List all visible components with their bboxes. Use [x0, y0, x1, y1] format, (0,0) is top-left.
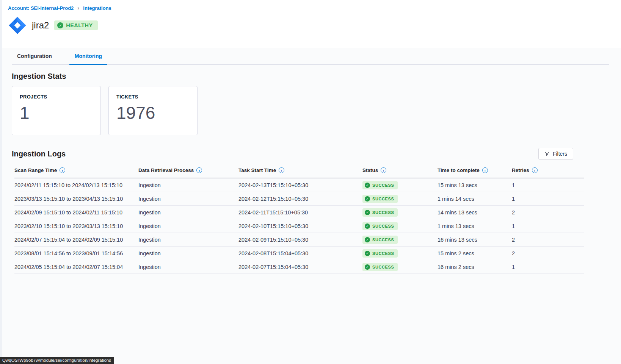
tab-monitoring[interactable]: Monitoring [69, 48, 107, 65]
cell-data-retrieval-process: Ingestion [138, 196, 238, 202]
cell-task-start-time: 2024-02-08T15:15:04+05:30 [238, 250, 362, 256]
info-icon[interactable]: i [279, 167, 284, 173]
cell-status: ✓SUCCESS [362, 222, 438, 230]
column-header-retries: Retriesi [512, 167, 584, 173]
table-row: 2024/02/09 15:15:10 to 2024/02/11 15:15:… [14, 206, 584, 219]
status-badge: ✓SUCCESS [362, 181, 398, 189]
stat-card-label: PROJECTS [20, 94, 93, 100]
stat-card-projects: PROJECTS1 [12, 86, 101, 135]
breadcrumb-integrations-link[interactable]: Integrations [83, 5, 111, 11]
cell-status: ✓SUCCESS [362, 263, 438, 271]
integration-title-row: jira2 ✓ HEALTHY [8, 16, 621, 35]
table-row: 2024/02/11 15:15:10 to 2024/02/13 15:15:… [14, 178, 584, 192]
cell-time-to-complete: 16 mins 13 secs [438, 237, 512, 243]
table-row: 2024/02/07 15:15:04 to 2024/02/09 15:15:… [14, 233, 584, 247]
link-url-preview: QwqOSllWp9ob7w/module/sei/configuration/… [0, 357, 114, 364]
cell-status: ✓SUCCESS [362, 249, 438, 258]
ingestion-logs-table: Scan Range TimeiData Retrieval ProcessiT… [14, 164, 584, 274]
check-circle-icon: ✓ [365, 196, 370, 202]
jira-logo-icon [8, 16, 27, 35]
column-header-label: Retries [512, 167, 529, 173]
status-badge-text: SUCCESS [372, 210, 394, 215]
status-badge: ✓SUCCESS [362, 263, 398, 271]
cell-status: ✓SUCCESS [362, 208, 438, 217]
check-circle-icon: ✓ [365, 210, 370, 215]
status-badge: ✓SUCCESS [362, 208, 398, 217]
status-badge: ✓SUCCESS [362, 195, 398, 203]
cell-retries: 1 [512, 182, 584, 188]
column-header-data-retrieval-process: Data Retrieval Processi [138, 167, 238, 173]
cell-scan-range-time: 2024/02/05 15:15:04 to 2024/02/07 15:15:… [14, 264, 138, 270]
status-badge-text: SUCCESS [372, 265, 394, 269]
cell-retries: 1 [512, 264, 584, 270]
cell-scan-range-time: 2023/02/10 15:15:10 to 2023/03/13 15:15:… [14, 223, 138, 229]
column-header-label: Time to complete [438, 167, 480, 173]
tab-configuration[interactable]: Configuration [12, 48, 57, 64]
cell-time-to-complete: 1 mins 13 secs [438, 223, 512, 229]
cell-scan-range-time: 2023/03/13 15:15:10 to 2023/04/13 15:15:… [14, 196, 138, 202]
filters-button[interactable]: Filters [538, 148, 573, 160]
ingestion-stats-heading: Ingestion Stats [12, 65, 609, 81]
table-row: 2023/08/01 15:14:56 to 2023/09/01 15:14:… [14, 247, 584, 260]
check-circle-icon: ✓ [365, 264, 370, 270]
page-title: jira2 [32, 20, 49, 31]
cell-task-start-time: 2024-02-12T15:15:10+05:30 [238, 196, 362, 202]
chevron-right-icon: › [77, 5, 79, 11]
cell-status: ✓SUCCESS [362, 181, 438, 189]
cell-time-to-complete: 1 mins 14 secs [438, 196, 512, 202]
cell-scan-range-time: 2024/02/09 15:15:10 to 2024/02/11 15:15:… [14, 209, 138, 216]
status-badge-text: SUCCESS [372, 197, 394, 201]
table-row: 2023/03/13 15:15:10 to 2023/04/13 15:15:… [14, 192, 584, 206]
column-header-label: Task Start Time [238, 167, 276, 173]
stat-card-tickets: TICKETS1976 [108, 86, 198, 135]
logs-table-body: 2024/02/11 15:15:10 to 2024/02/13 15:15:… [14, 178, 584, 274]
column-header-status: Statusi [362, 167, 438, 173]
stat-cards: PROJECTS1TICKETS1976 [12, 86, 609, 135]
filter-funnel-icon [544, 151, 550, 156]
status-badge: ✓SUCCESS [362, 236, 398, 244]
cell-data-retrieval-process: Ingestion [138, 237, 238, 243]
cell-retries: 2 [512, 209, 584, 216]
breadcrumb: Account: SEI-Internal-Prod2 › Integratio… [8, 5, 621, 11]
cell-scan-range-time: 2024/02/11 15:15:10 to 2024/02/13 15:15:… [14, 182, 138, 188]
health-status-text: HEALTHY [66, 22, 93, 28]
cell-time-to-complete: 15 mins 13 secs [438, 182, 512, 188]
cell-data-retrieval-process: Ingestion [138, 182, 238, 188]
table-row: 2023/02/10 15:15:10 to 2023/03/13 15:15:… [14, 219, 584, 233]
main-content: ConfigurationMonitoring Ingestion Stats … [0, 48, 621, 364]
cell-data-retrieval-process: Ingestion [138, 223, 238, 229]
cell-retries: 1 [512, 196, 584, 202]
status-badge: ✓SUCCESS [362, 249, 398, 258]
cell-data-retrieval-process: Ingestion [138, 250, 238, 256]
filters-button-label: Filters [553, 151, 567, 157]
stat-card-label: TICKETS [116, 94, 190, 100]
info-icon[interactable]: i [381, 167, 386, 173]
cell-data-retrieval-process: Ingestion [138, 264, 238, 270]
cell-task-start-time: 2024-02-09T15:15:10+05:30 [238, 237, 362, 243]
check-circle-icon: ✓ [57, 22, 63, 28]
cell-retries: 2 [512, 250, 584, 256]
info-icon[interactable]: i [532, 167, 538, 173]
tabs: ConfigurationMonitoring [12, 48, 609, 65]
check-circle-icon: ✓ [365, 223, 370, 229]
column-header-time-to-complete: Time to completei [438, 167, 512, 173]
cell-retries: 1 [512, 223, 584, 229]
cell-time-to-complete: 16 mins 2 secs [438, 264, 512, 270]
column-header-label: Status [362, 167, 378, 173]
stat-card-value: 1976 [116, 104, 190, 122]
column-header-scan-range-time: Scan Range Timei [14, 167, 138, 173]
stat-card-value: 1 [20, 104, 93, 122]
breadcrumb-account-link[interactable]: Account: SEI-Internal-Prod2 [8, 5, 74, 11]
info-icon[interactable]: i [482, 167, 488, 173]
cell-status: ✓SUCCESS [362, 236, 438, 244]
check-circle-icon: ✓ [365, 251, 370, 256]
check-circle-icon: ✓ [365, 183, 370, 188]
info-icon[interactable]: i [196, 167, 202, 173]
cell-task-start-time: 2024-02-07T15:15:04+05:30 [238, 264, 362, 270]
status-badge-text: SUCCESS [372, 237, 394, 242]
status-badge-text: SUCCESS [372, 224, 394, 228]
cell-task-start-time: 2024-02-11T15:15:10+05:30 [238, 209, 362, 216]
cell-data-retrieval-process: Ingestion [138, 209, 238, 216]
ingestion-logs-heading: Ingestion Logs [12, 150, 66, 158]
info-icon[interactable]: i [60, 167, 65, 173]
